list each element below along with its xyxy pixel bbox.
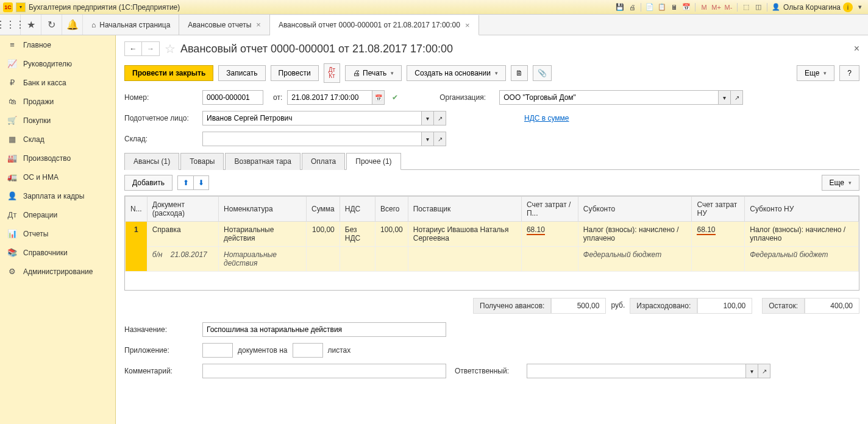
close-icon[interactable]: ×	[465, 21, 470, 30]
col-header[interactable]: НДС	[340, 197, 375, 222]
close-icon[interactable]: ×	[256, 20, 261, 29]
cell-subk2[interactable]: Федеральный бюджет	[578, 247, 692, 272]
sidebar-item[interactable]: ДтОперации	[0, 205, 115, 224]
cell-subk[interactable]: Налог (взносы): начислено / уплачено	[578, 222, 692, 247]
apps-icon[interactable]: ⋮⋮⋮	[0, 15, 21, 35]
cell-nomen[interactable]: Нотариальные действия	[219, 222, 307, 247]
person-input[interactable]	[202, 111, 422, 125]
tab-document[interactable]: Авансовый отчет 0000-000001 от 21.08.201…	[270, 15, 479, 35]
cell-subk-nu[interactable]: Налог (взносы): начислено / уплачено	[745, 222, 859, 247]
save-button[interactable]: Записать	[218, 65, 265, 81]
cell-acct-nu[interactable]: 68.10	[692, 222, 745, 247]
sidebar-item[interactable]: ▦Склад	[0, 130, 115, 149]
post-and-close-button[interactable]: Провести и закрыть	[124, 65, 213, 81]
check-icon[interactable]: ✔	[392, 93, 398, 102]
vat-link[interactable]: НДС в сумме	[524, 114, 569, 122]
app-menu-dropdown[interactable]: ▾	[16, 2, 26, 12]
dt-kt-button[interactable]: ДтКт	[324, 63, 340, 83]
save-icon[interactable]: 💾	[615, 2, 625, 12]
sidebar-item[interactable]: 👤Зарплата и кадры	[0, 186, 115, 205]
cell-subknu2[interactable]: Федеральный бюджет	[745, 247, 859, 272]
memory-m[interactable]: M	[699, 2, 709, 12]
doc-tab[interactable]: Авансы (1)	[124, 153, 179, 170]
sidebar-item[interactable]: ₽Банк и касса	[0, 73, 115, 92]
sidebar-item[interactable]: ≡Главное	[0, 35, 115, 54]
history-icon[interactable]: ↻	[41, 15, 62, 35]
org-select[interactable]: ▾	[719, 90, 731, 105]
close-doc-button[interactable]: ×	[854, 43, 859, 54]
sidebar-item[interactable]: 🛍Продажи	[0, 92, 115, 111]
memory-mminus[interactable]: M-	[724, 2, 733, 12]
col-header[interactable]: Счет затрат НУ	[692, 197, 745, 222]
create-based-button[interactable]: Создать на основании	[407, 65, 506, 81]
info-icon[interactable]: i	[843, 2, 853, 12]
sidebar-item[interactable]: ⚙Администрирование	[0, 262, 115, 281]
col-header[interactable]: Субконто	[578, 197, 692, 222]
move-up-button[interactable]: ⬆	[177, 175, 193, 190]
sidebar-item[interactable]: 🏭Производство	[0, 149, 115, 168]
calendar-icon[interactable]: 📅	[681, 2, 691, 12]
cell-nomen2[interactable]: Нотариальные действия	[219, 247, 307, 272]
col-header[interactable]: N...	[126, 197, 148, 222]
warehouse-select[interactable]: ▾	[422, 132, 434, 146]
tab-reports[interactable]: Авансовые отчеты ×	[179, 15, 270, 35]
doc-icon[interactable]: 📄	[645, 2, 655, 12]
cell-total[interactable]: 100,00	[375, 222, 408, 247]
col-header[interactable]: Документ (расхода)	[147, 197, 218, 222]
col-header[interactable]: Счет затрат / П...	[521, 197, 578, 222]
cell-sum[interactable]: 100,00	[307, 222, 340, 247]
cell-vat[interactable]: Без НДС	[340, 222, 375, 247]
resp-select[interactable]: ▾	[746, 364, 758, 378]
col-header[interactable]: Всего	[375, 197, 408, 222]
number-input[interactable]	[202, 90, 263, 105]
org-input[interactable]	[499, 90, 719, 105]
comment-input[interactable]	[202, 364, 446, 378]
doc-tab[interactable]: Прочее (1)	[346, 153, 400, 170]
nav-forward[interactable]: →	[142, 42, 159, 55]
attach-docs-input[interactable]	[202, 343, 233, 358]
calendar-button[interactable]: 📅	[372, 90, 385, 105]
memory-mplus[interactable]: M+	[711, 2, 721, 12]
tab-home[interactable]: ⌂ Начальная страница	[83, 15, 179, 35]
cell-docnum[interactable]: б/н 21.08.2017	[147, 247, 218, 272]
options-dd[interactable]: ▾	[855, 2, 865, 12]
window-icon1[interactable]: ⬚	[741, 2, 751, 12]
doc-tab[interactable]: Товары	[180, 153, 224, 170]
clipboard-icon[interactable]: 📋	[657, 2, 667, 12]
person-open[interactable]: ↗	[434, 111, 446, 125]
favorite-icon[interactable]: ★	[21, 15, 41, 35]
date-input[interactable]	[287, 90, 372, 105]
calculator-icon[interactable]: 🖩	[669, 2, 679, 12]
warehouse-input[interactable]	[202, 132, 422, 146]
nav-back[interactable]: ←	[125, 42, 142, 55]
sidebar-item[interactable]: 🛒Покупки	[0, 111, 115, 130]
add-row-button[interactable]: Добавить	[124, 175, 173, 191]
print-icon[interactable]: 🖨	[627, 2, 637, 12]
warehouse-open[interactable]: ↗	[434, 132, 446, 146]
more-button[interactable]: Еще	[797, 65, 834, 81]
notifications-icon[interactable]: 🔔	[62, 15, 83, 35]
purpose-input[interactable]	[202, 322, 446, 337]
attach-icon[interactable]: 📎	[533, 65, 552, 81]
table-subrow[interactable]: б/н 21.08.2017 Нотариальные действия Фед…	[126, 247, 859, 272]
grid-more-button[interactable]: Еще	[822, 175, 859, 191]
expense-grid[interactable]: N...Документ (расхода)НоменклатураСуммаН…	[125, 196, 859, 272]
sidebar-item[interactable]: 🚛ОС и НМА	[0, 168, 115, 186]
col-header[interactable]: Поставщик	[408, 197, 521, 222]
col-header[interactable]: Номенклатура	[219, 197, 307, 222]
sidebar-item[interactable]: 📊Отчеты	[0, 224, 115, 243]
favorite-star-icon[interactable]: ☆	[165, 41, 176, 56]
org-open[interactable]: ↗	[731, 90, 743, 105]
sidebar-item[interactable]: 📈Руководителю	[0, 54, 115, 73]
col-header[interactable]: Сумма	[307, 197, 340, 222]
sheet-icon[interactable]: 🗎	[511, 65, 528, 81]
cell-supplier[interactable]: Нотариус Ивашова Наталья Сергеевна	[408, 222, 521, 247]
attach-sheets-input[interactable]	[293, 343, 323, 358]
table-row[interactable]: 1 Справка Нотариальные действия 100,00 Б…	[126, 222, 859, 247]
resp-open[interactable]: ↗	[758, 364, 770, 378]
person-select[interactable]: ▾	[422, 111, 434, 125]
move-down-button[interactable]: ⬇	[193, 175, 209, 190]
help-button[interactable]: ?	[839, 65, 859, 81]
window-icon2[interactable]: ◫	[753, 2, 763, 12]
cell-acct[interactable]: 68.10	[521, 222, 578, 247]
